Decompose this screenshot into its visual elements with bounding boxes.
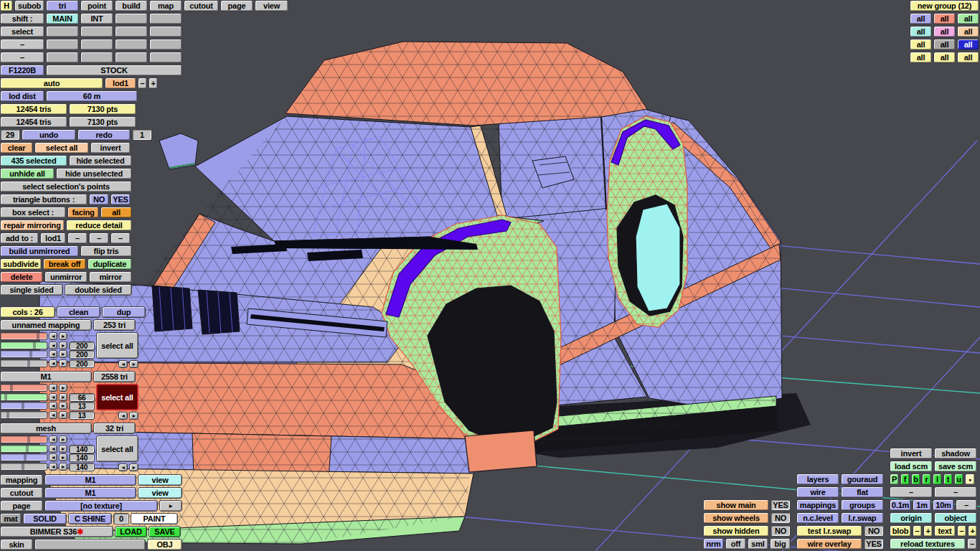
lod-minus[interactable]: – — [138, 77, 147, 89]
bimmer-s36[interactable]: BIMMER S36✱ — [0, 526, 113, 537]
grid-step-slot[interactable]: – — [956, 499, 977, 511]
no-texture[interactable]: [no texture] — [44, 500, 158, 512]
slider-dec[interactable]: ◄ — [49, 359, 57, 367]
10m[interactable]: 10m — [933, 499, 954, 511]
p[interactable]: P — [890, 474, 899, 485]
slider-inc[interactable]: ► — [59, 332, 67, 340]
color-slider-3[interactable] — [0, 359, 47, 367]
h[interactable]: H — [0, 0, 13, 11]
show-wheels[interactable]: show wheels — [703, 512, 769, 524]
save[interactable]: SAVE — [149, 526, 181, 537]
slider-thumb[interactable] — [4, 394, 7, 400]
color-slider-2[interactable] — [0, 350, 47, 358]
mapping-prev[interactable]: ◄ — [118, 412, 128, 420]
text-plus[interactable]: + — [968, 525, 977, 537]
invert[interactable]: invert — [890, 448, 933, 459]
tri[interactable]: tri — [46, 0, 79, 11]
slider-inc[interactable]: ► — [59, 342, 67, 349]
slider-value[interactable]: 13 — [69, 411, 95, 420]
dot-toggle[interactable]: ● — [965, 474, 975, 485]
slider-dec[interactable]: ◄ — [49, 463, 57, 471]
obj[interactable]: OBJ — [147, 539, 182, 550]
cutout[interactable]: cutout — [184, 0, 219, 11]
point[interactable]: point — [80, 0, 113, 11]
dup[interactable]: dup — [102, 306, 146, 318]
slider-thumb[interactable] — [27, 360, 30, 367]
big[interactable]: big — [770, 538, 791, 550]
test-l-r-swap[interactable]: test l.r.swap — [796, 525, 862, 537]
mapping-next[interactable]: ► — [129, 412, 138, 420]
select-all-mapping[interactable]: select all — [96, 384, 138, 410]
clean[interactable]: clean — [57, 306, 100, 318]
addto-slot-2[interactable]: – — [89, 232, 109, 244]
7130-pts[interactable]: 7130 pts — [69, 103, 136, 115]
select-selection-s-points[interactable]: select selection's points — [0, 181, 132, 192]
group-all-5[interactable]: all — [933, 26, 956, 37]
slider-value[interactable]: 200 — [69, 359, 95, 368]
page-next[interactable]: ► — [159, 500, 182, 512]
subdivide[interactable]: subdivide — [0, 258, 42, 270]
sml[interactable]: sml — [748, 538, 768, 550]
0[interactable]: 0 — [113, 513, 129, 524]
build[interactable]: build — [115, 0, 148, 11]
mirror[interactable]: mirror — [89, 271, 132, 283]
undo[interactable]: undo — [22, 129, 76, 141]
map[interactable]: map — [149, 0, 182, 11]
show-main-toggle[interactable]: YES — [771, 499, 791, 511]
show-main[interactable]: show main — [703, 499, 769, 511]
triangle-buttons[interactable]: triangle buttons : — [0, 194, 88, 205]
mapping-name[interactable]: M1 — [0, 371, 92, 382]
1[interactable]: 1 — [132, 129, 152, 141]
cols-26[interactable]: cols : 26 — [0, 306, 55, 318]
int[interactable]: INT — [80, 13, 113, 24]
build-unmirrored[interactable]: build unmirrored — [0, 245, 79, 257]
color-slider-0[interactable] — [0, 384, 47, 392]
invert[interactable]: invert — [90, 142, 131, 154]
flip-tris[interactable]: flip tris — [80, 245, 132, 257]
test-lrswap-toggle[interactable]: NO — [864, 525, 884, 537]
text-minus[interactable]: – — [957, 525, 966, 537]
wire-overlay-toggle[interactable]: YES — [864, 538, 884, 550]
cutout-value[interactable]: M1 — [44, 487, 136, 499]
select-all-mapping[interactable]: select all — [96, 435, 138, 462]
wire-overlay[interactable]: wire overlay — [796, 538, 862, 550]
load-scm[interactable]: load scm — [890, 461, 933, 472]
slider-thumb[interactable] — [37, 333, 39, 339]
shadow[interactable]: shadow — [934, 448, 977, 459]
group-all-6[interactable]: all — [957, 26, 979, 37]
l-r-swap[interactable]: l.r.swap — [841, 512, 884, 524]
all[interactable]: all — [100, 207, 132, 218]
c-shine[interactable]: C SHINE — [68, 513, 112, 524]
12454-tris[interactable]: 12454 tris — [0, 103, 67, 115]
mapping-next[interactable]: ► — [129, 463, 138, 471]
slider-thumb[interactable] — [10, 385, 13, 391]
facing[interactable]: facing — [67, 207, 99, 218]
hide-selected[interactable]: hide selected — [69, 155, 132, 166]
mappings[interactable]: mappings — [796, 499, 839, 511]
slider-thumb[interactable] — [29, 351, 32, 357]
view[interactable]: view — [255, 0, 288, 11]
mat[interactable]: mat — [0, 513, 22, 524]
stock[interactable]: STOCK — [46, 65, 182, 76]
slider-inc[interactable]: ► — [59, 453, 67, 461]
slider-value[interactable]: 140 — [69, 453, 95, 462]
slider-thumb[interactable] — [24, 454, 27, 461]
color-slider-0[interactable] — [0, 332, 47, 340]
color-slider-2[interactable] — [0, 453, 47, 461]
nrm[interactable]: nrm — [703, 538, 724, 550]
slider-inc[interactable]: ► — [59, 350, 67, 358]
flat[interactable]: flat — [841, 486, 884, 498]
mapping-prev[interactable]: ◄ — [118, 463, 128, 471]
slider-thumb[interactable] — [22, 463, 24, 470]
slider-thumb[interactable] — [26, 446, 29, 452]
mapping-view[interactable]: view — [138, 474, 182, 486]
slider-dec[interactable]: ◄ — [49, 350, 57, 358]
t[interactable]: t — [943, 474, 953, 485]
cutout-view[interactable]: view — [138, 487, 182, 499]
wire[interactable]: wire — [796, 486, 839, 498]
mapping-tri-count[interactable]: 32 tri — [93, 423, 136, 434]
1m[interactable]: 1m — [913, 499, 931, 511]
group-all-10[interactable]: all — [910, 52, 932, 63]
select-all-mapping[interactable]: select all — [96, 332, 138, 359]
color-slider-3[interactable] — [0, 411, 47, 419]
